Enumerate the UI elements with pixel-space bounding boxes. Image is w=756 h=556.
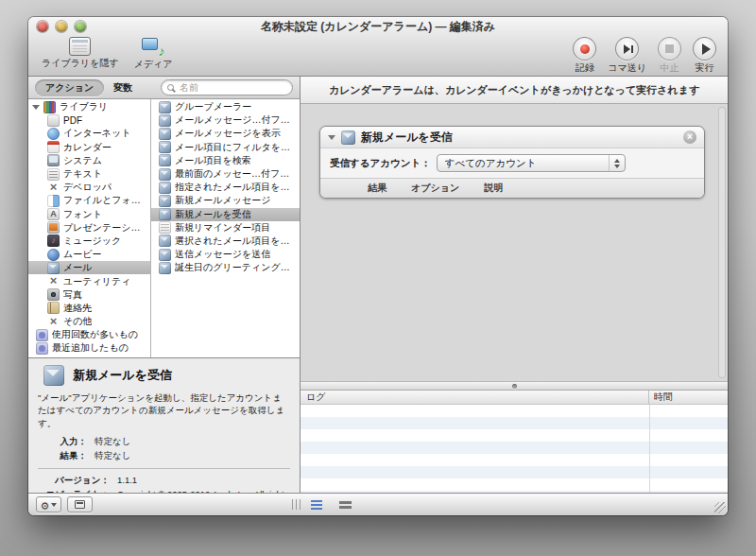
workflow-action-block[interactable]: 新規メールを受信 受信するアカウント： すべてのアカウント 結果 — [319, 126, 705, 199]
window-resize-grip[interactable] — [714, 502, 726, 513]
action-label: 新規リマインダー項目 — [175, 221, 270, 235]
stop-button[interactable]: 中止 — [658, 37, 681, 75]
popup-stepper-icon — [609, 155, 620, 171]
search-field[interactable] — [161, 79, 293, 96]
category-item[interactable]: ミュージック — [28, 235, 150, 248]
action-block-body: 受信するアカウント： すべてのアカウント — [320, 148, 704, 178]
category-list: ライブラリ PDF インターネット — [28, 99, 151, 357]
action-label: メール項目にフィルタを適用 — [175, 141, 297, 154]
category-icon — [47, 114, 60, 127]
results-link[interactable]: 結果 — [368, 182, 387, 195]
category-icon — [47, 235, 60, 247]
workflow-canvas[interactable]: 新規メールを受信 受信するアカウント： すべてのアカウント 結果 — [301, 104, 728, 381]
library-lists: ライブラリ PDF インターネット — [28, 99, 300, 357]
account-popup[interactable]: すべてのアカウント — [437, 154, 626, 172]
close-window-button[interactable] — [37, 21, 48, 32]
time-column-header[interactable]: 時間 — [649, 391, 728, 404]
search-input[interactable] — [178, 81, 286, 94]
action-item[interactable]: 指定されたメール項目を取得 — [151, 181, 300, 194]
action-item[interactable]: 新規メールを受信 — [151, 208, 300, 221]
description-title: 新規メールを受信 — [73, 367, 172, 384]
category-item[interactable]: 連絡先 — [28, 302, 150, 315]
category-item[interactable]: ユーティリティ — [28, 274, 150, 287]
category-label: 使用回数が多いもの — [52, 328, 138, 341]
action-item[interactable]: メールメッセージ…付ファイルを取得 — [151, 113, 300, 127]
panel-icon — [75, 500, 85, 509]
action-item[interactable]: 最前面のメッセー…付ファイルを追加 — [151, 167, 300, 181]
input-label: 入力： — [38, 436, 87, 448]
category-item[interactable]: メール — [28, 261, 150, 274]
action-item[interactable]: 選択されたメール項目を取得 — [151, 235, 300, 248]
gear-menu-button[interactable] — [36, 496, 61, 513]
remove-action-button[interactable] — [683, 130, 696, 144]
category-item[interactable]: その他 — [28, 315, 150, 328]
tab-actions[interactable]: アクション — [35, 79, 104, 96]
category-item[interactable]: ファイルとフォルダ — [28, 194, 150, 207]
action-label: 最前面のメッセー…付ファイルを追加 — [175, 167, 297, 181]
category-item[interactable]: 使用回数が多いもの — [28, 328, 150, 341]
zoom-window-button[interactable] — [75, 21, 86, 32]
category-item[interactable]: インターネット — [28, 127, 150, 140]
tab-variables[interactable]: 変数 — [113, 81, 132, 95]
category-icon — [47, 302, 60, 314]
media-button[interactable]: メディア — [134, 37, 173, 71]
workflow-banner-text: カレンダーアラームは、カレンダーイベントがきっかけとなって実行されます — [329, 83, 699, 97]
action-label: 誕生日のグリーティングを送信 — [175, 261, 297, 274]
action-description-panel: 新規メールを受信 "メール"アプリケーションを起動し、指定したアカウントまたはす… — [28, 357, 300, 493]
category-item[interactable]: デベロッパ — [28, 181, 150, 194]
category-label: その他 — [63, 315, 92, 328]
list-view-button[interactable] — [307, 497, 326, 512]
record-icon — [580, 44, 590, 54]
category-label: インターネット — [63, 127, 130, 140]
window-chrome: 名称未設定 (カレンダーアラーム) — 編集済み ライブラリを隠す メディア — [28, 17, 728, 77]
description-title-row: 新規メールを受信 — [38, 365, 290, 386]
action-block-header[interactable]: 新規メールを受信 — [320, 127, 704, 148]
category-item[interactable]: 写真 — [28, 288, 150, 302]
panel-resize-handle[interactable] — [292, 499, 301, 510]
category-item[interactable]: 最近追加したもの — [28, 341, 150, 355]
category-item[interactable]: ライブラリ — [28, 100, 150, 113]
action-item[interactable]: 新規メールメッセージ — [151, 194, 300, 207]
category-item[interactable]: プレゼンテーション — [28, 221, 150, 235]
log-column-header[interactable]: ログ — [301, 391, 649, 404]
action-item[interactable]: グループメーラー — [151, 100, 300, 113]
workflow-scrollbar[interactable] — [718, 107, 726, 378]
input-value: 特定なし — [94, 436, 290, 448]
action-icon — [159, 195, 171, 207]
options-link[interactable]: オプション — [411, 182, 459, 195]
category-item[interactable]: ムービー — [28, 248, 150, 261]
run-button[interactable]: 実行 — [693, 37, 716, 75]
category-item[interactable]: PDF — [28, 113, 150, 127]
action-item[interactable]: メール項目を検索 — [151, 154, 300, 167]
category-item[interactable]: テキスト — [28, 167, 150, 181]
account-param-label: 受信するアカウント： — [330, 157, 431, 170]
view-toggle-group — [307, 497, 354, 512]
action-item[interactable]: 送信メッセージを送信 — [151, 248, 300, 261]
action-item[interactable]: メールメッセージを表示 — [151, 127, 300, 140]
action-label: 選択されたメール項目を取得 — [175, 235, 297, 248]
panel-toggle-button[interactable] — [67, 496, 93, 513]
category-label: メール — [63, 261, 92, 274]
action-item[interactable]: 誕生日のグリーティングを送信 — [151, 261, 300, 274]
action-icon — [159, 128, 171, 140]
category-item[interactable]: フォント — [28, 208, 150, 221]
collapse-triangle-icon[interactable] — [328, 135, 335, 140]
disclosure-triangle-icon[interactable] — [32, 105, 40, 110]
category-label: ライブラリ — [60, 100, 108, 113]
hide-library-button[interactable]: ライブラリを隠す — [42, 37, 119, 71]
log-splitter[interactable] — [301, 381, 728, 391]
category-item[interactable]: カレンダー — [28, 141, 150, 154]
record-button[interactable]: 記録 — [573, 37, 596, 75]
description-link[interactable]: 説明 — [484, 182, 503, 195]
action-item[interactable]: 新規リマインダー項目 — [151, 221, 300, 235]
category-item[interactable]: システム — [28, 154, 150, 167]
minimize-window-button[interactable] — [56, 21, 67, 32]
step-button[interactable]: コマ送り — [608, 37, 646, 75]
category-label: プレゼンテーション — [63, 221, 147, 235]
title-bar[interactable]: 名称未設定 (カレンダーアラーム) — 編集済み — [28, 17, 728, 36]
action-label: メールメッセージを表示 — [175, 127, 281, 140]
compact-view-button[interactable] — [335, 497, 354, 512]
action-item[interactable]: メール項目にフィルタを適用 — [151, 141, 300, 154]
log-table-body[interactable] — [301, 405, 728, 493]
action-icon — [159, 221, 171, 234]
